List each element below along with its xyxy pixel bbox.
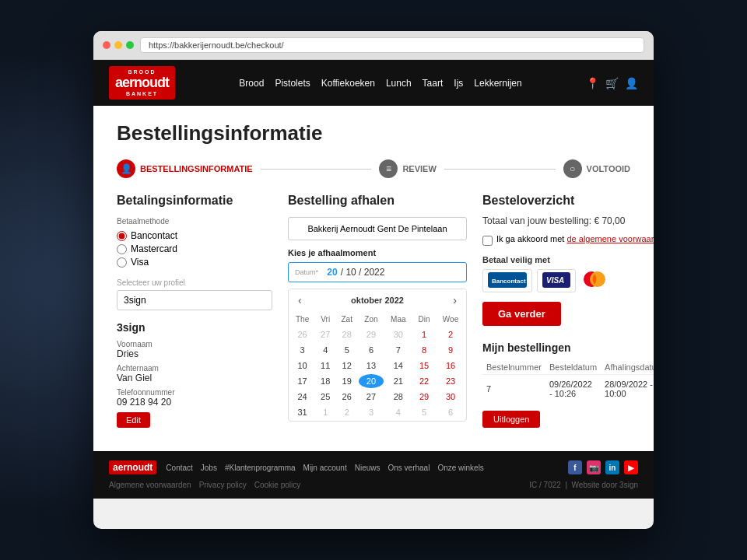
logout-button[interactable]: Uitloggen — [482, 411, 540, 428]
cal-day[interactable]: 5 — [413, 405, 435, 419]
cal-day[interactable]: 7 — [385, 343, 412, 357]
lastname-value: Van Giel — [117, 373, 272, 383]
nav-koffiekoeken[interactable]: Koffiekoeken — [321, 78, 375, 89]
terms-checkbox[interactable] — [482, 236, 493, 246]
location-icon[interactable]: 📍 — [586, 77, 599, 89]
cal-day[interactable]: 29 — [359, 327, 383, 341]
cal-day[interactable]: 18 — [316, 374, 335, 388]
nav-pistolets[interactable]: Pistolets — [275, 78, 310, 89]
cal-day[interactable]: 1 — [413, 327, 435, 341]
visa-logo: VISA — [537, 269, 576, 292]
cal-day[interactable]: 6 — [359, 343, 383, 357]
cal-week-6: 31 1 2 3 4 5 6 — [290, 405, 465, 419]
order-total: Totaal van jouw bestelling: € 70,00 — [482, 215, 654, 226]
cal-week-3: 10 11 12 13 14 15 16 — [290, 359, 465, 373]
cal-day[interactable]: 29 — [413, 390, 435, 404]
cal-day[interactable]: 15 — [413, 359, 435, 373]
cal-day[interactable]: 28 — [336, 327, 357, 341]
cal-day[interactable]: 26 — [290, 327, 314, 341]
cal-day[interactable]: 21 — [385, 374, 412, 388]
radio-visa[interactable]: Visa — [117, 257, 272, 268]
cal-day[interactable]: 19 — [336, 374, 357, 388]
cal-day[interactable]: 27 — [359, 390, 383, 404]
cal-day[interactable]: 3 — [290, 343, 314, 357]
cal-day[interactable]: 4 — [316, 343, 335, 357]
order-number: 7 — [482, 375, 545, 404]
radio-bancontact[interactable]: Bancontact — [117, 230, 272, 241]
footer-account[interactable]: Mijn account — [303, 464, 347, 472]
cal-day[interactable]: 10 — [290, 359, 314, 373]
nav-lunch[interactable]: Lunch — [386, 78, 412, 89]
footer-cookie[interactable]: Cookie policy — [254, 481, 300, 489]
calendar-month: oktober 2022 — [351, 296, 404, 305]
cal-day[interactable]: 2 — [437, 327, 465, 341]
step-bestellingsinformatie: 👤 BESTELLINGSINFORMATIE — [117, 159, 253, 178]
prev-month-button[interactable]: ‹ — [295, 294, 305, 306]
logo[interactable]: BROOD aernoudt BANKET — [109, 66, 175, 100]
footer-jobs[interactable]: Jobs — [201, 464, 217, 472]
cal-day[interactable]: 12 — [336, 359, 357, 373]
cart-icon[interactable]: 🛒 — [605, 77, 619, 89]
continue-button[interactable]: Ga verder — [482, 302, 561, 326]
payment-logos: Bancontact VISA — [482, 269, 654, 292]
payment-radio-group: Bancontact Mastercard Visa — [117, 230, 272, 268]
profile-select[interactable] — [117, 290, 272, 310]
footer-terms[interactable]: Algemene voorwaarden — [109, 481, 191, 489]
cal-header-din: Din — [413, 313, 435, 326]
cal-day[interactable]: 23 — [437, 374, 465, 388]
minimize-button[interactable] — [114, 41, 122, 49]
footer-logo: aernoudt — [109, 460, 156, 474]
cal-day[interactable]: 14 — [385, 359, 412, 373]
footer-links: Contact Jobs #Klantenprogramma Mijn acco… — [166, 464, 484, 472]
nav-taart[interactable]: Taart — [423, 78, 444, 89]
cal-day[interactable]: 9 — [437, 343, 465, 357]
cal-day[interactable]: 5 — [336, 343, 357, 357]
nav-ijs[interactable]: Ijs — [454, 78, 463, 89]
cal-day[interactable]: 30 — [385, 327, 412, 341]
nav-brood[interactable]: Brood — [239, 78, 264, 89]
footer-credit: IC / 7022 | Website door 3sign — [529, 481, 638, 489]
cal-day[interactable]: 6 — [437, 405, 465, 419]
cal-day[interactable]: 25 — [316, 390, 335, 404]
facebook-icon[interactable]: f — [568, 460, 582, 474]
terms-link[interactable]: de algemene voorwaarden — [567, 234, 654, 243]
instagram-icon[interactable]: 📷 — [587, 460, 601, 474]
footer-winkels[interactable]: Onze winkels — [437, 464, 483, 472]
cal-day[interactable]: 31 — [290, 405, 314, 419]
footer-klantenprogramma[interactable]: #Klantenprogramma — [225, 464, 296, 472]
cal-day[interactable]: 11 — [316, 359, 335, 373]
cal-day[interactable]: 30 — [437, 390, 465, 404]
cal-day[interactable]: 27 — [316, 327, 335, 341]
site-footer: aernoudt Contact Jobs #Klantenprogramma … — [93, 451, 654, 499]
cal-day-selected[interactable]: 20 — [359, 374, 383, 388]
footer-privacy[interactable]: Privacy policy — [199, 481, 247, 489]
cal-day[interactable]: 28 — [385, 390, 412, 404]
footer-nieuws[interactable]: Nieuws — [355, 464, 381, 472]
next-month-button[interactable]: › — [450, 294, 460, 306]
close-button[interactable] — [103, 41, 110, 49]
radio-mastercard[interactable]: Mastercard — [117, 243, 272, 254]
footer-verhaal[interactable]: Ons verhaal — [388, 464, 430, 472]
pickup-section-title: Bestelling afhalen — [288, 194, 467, 208]
cal-day[interactable]: 8 — [413, 343, 435, 357]
date-input[interactable]: Datum* 20 / 10 / 2022 — [288, 262, 467, 282]
cal-day[interactable]: 4 — [385, 405, 412, 419]
footer-bottom: Algemene voorwaarden Privacy policy Cook… — [109, 481, 638, 489]
cal-day[interactable]: 26 — [336, 390, 357, 404]
edit-button[interactable]: Edit — [117, 412, 150, 428]
cal-day[interactable]: 13 — [359, 359, 383, 373]
cal-day[interactable]: 2 — [336, 405, 357, 419]
linkedin-icon[interactable]: in — [605, 460, 619, 474]
cal-day[interactable]: 3 — [359, 405, 383, 419]
cal-day[interactable]: 1 — [316, 405, 335, 419]
cal-day[interactable]: 17 — [290, 374, 314, 388]
cal-day[interactable]: 22 — [413, 374, 435, 388]
footer-contact[interactable]: Contact — [166, 464, 192, 472]
cal-day[interactable]: 24 — [290, 390, 314, 404]
user-icon[interactable]: 👤 — [625, 77, 638, 89]
cal-day[interactable]: 16 — [437, 359, 465, 373]
maximize-button[interactable] — [126, 41, 134, 49]
url-bar[interactable]: https://bakkerijernoudt.be/checkout/ — [140, 37, 644, 53]
youtube-icon[interactable]: ▶ — [624, 460, 638, 474]
nav-lekkernijen[interactable]: Lekkernijen — [474, 78, 521, 89]
